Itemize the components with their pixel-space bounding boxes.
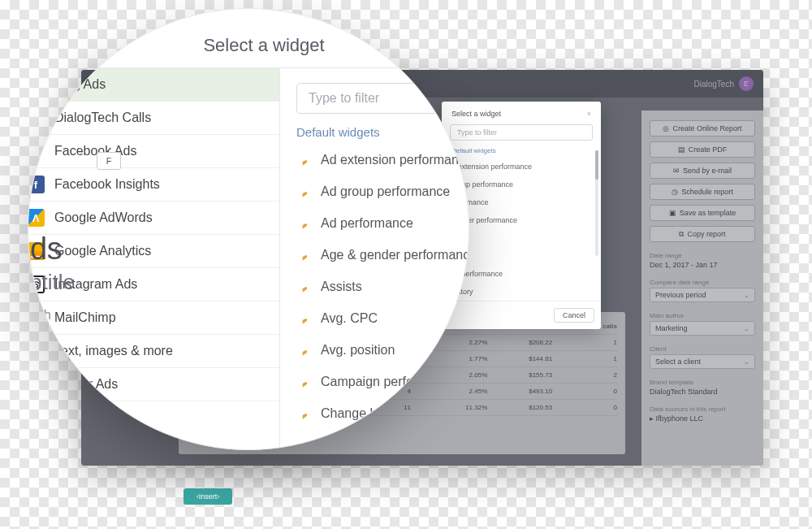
magnified-callout: F ds ptitle ech Select a widget bBing Ad… bbox=[28, 8, 469, 450]
bing-icon bbox=[296, 184, 311, 199]
widget-item-small[interactable]: gn performance bbox=[445, 265, 598, 283]
report-sidebar: ◎Create Online Report ▤Create PDF ✉Send … bbox=[641, 111, 763, 466]
pdf-badge: F bbox=[97, 152, 121, 170]
bing-icon bbox=[296, 248, 311, 262]
compare-range-select[interactable]: Previous period⌄ bbox=[650, 288, 755, 302]
mail-icon: ✉ bbox=[673, 167, 680, 175]
chevron-down-icon: ⌄ bbox=[744, 292, 749, 299]
source-item[interactable]: ΛGoogle AdWords bbox=[28, 202, 279, 235]
widget-item[interactable]: Avg. CPC bbox=[280, 302, 469, 334]
bing-icon bbox=[296, 343, 311, 358]
facebook-icon: f bbox=[28, 176, 45, 193]
dialogtech-icon: ⇆ bbox=[28, 109, 45, 127]
widget-item[interactable]: Ad group performance bbox=[280, 176, 469, 207]
data-source-item[interactable]: ▸ Ifbyphone LLC bbox=[650, 414, 755, 423]
source-label: Facebook Insights bbox=[54, 177, 160, 192]
source-label: Facebook Ads bbox=[54, 144, 136, 158]
copy-report-button[interactable]: ⧉Copy report bbox=[650, 226, 755, 242]
source-item[interactable]: ≋Text, images & more bbox=[28, 335, 279, 368]
bing-icon bbox=[296, 406, 311, 421]
client-label: Client bbox=[650, 345, 755, 353]
author-select[interactable]: Marketing⌄ bbox=[650, 321, 755, 336]
source-item[interactable]: bBing Ads bbox=[28, 68, 279, 102]
widget-item-small[interactable]: group performance bbox=[445, 176, 598, 193]
adwords-icon: Λ bbox=[28, 209, 45, 227]
source-label: Bing Ads bbox=[54, 77, 106, 92]
cancel-button-small[interactable]: Cancel bbox=[554, 308, 594, 323]
bing-icon bbox=[296, 280, 311, 294]
source-item[interactable]: 🐦Twitter Ads bbox=[28, 368, 279, 401]
close-icon[interactable]: × bbox=[587, 110, 591, 118]
widget-item[interactable]: Assists bbox=[280, 271, 469, 302]
schedule-report-button[interactable]: ◷Schedule report bbox=[650, 184, 755, 200]
scrollbar[interactable] bbox=[595, 150, 598, 256]
avatar[interactable]: E bbox=[739, 76, 754, 91]
source-item[interactable]: 📣Facebook Ads bbox=[28, 135, 279, 168]
send-email-button[interactable]: ✉Send by e-mail bbox=[650, 163, 755, 179]
widget-label: Ad group performance bbox=[321, 184, 450, 199]
clock-icon: ◷ bbox=[672, 188, 678, 196]
filter-input-small[interactable]: Type to filter bbox=[450, 124, 593, 141]
scroll-thumb[interactable] bbox=[595, 150, 598, 180]
date-range-label: Date range bbox=[650, 252, 755, 259]
widget-label: Ad extension performance bbox=[321, 153, 469, 167]
widget-item-small[interactable]: history bbox=[445, 283, 598, 301]
pdf-icon: ▤ bbox=[678, 145, 685, 154]
source-label: DialogTech Calls bbox=[54, 111, 151, 125]
mailchimp-icon: 🐵 bbox=[28, 309, 45, 327]
create-online-report-button[interactable]: ◎Create Online Report bbox=[650, 120, 755, 137]
megaphone-icon: 📣 bbox=[28, 142, 45, 160]
report-title-peek: ds ptitle ech bbox=[30, 232, 75, 323]
date-range-value[interactable]: Dec 1, 2017 - Jan 17 bbox=[650, 261, 755, 269]
chevron-down-icon: ⌄ bbox=[744, 358, 749, 366]
brand-template-label: Brand template bbox=[650, 379, 755, 386]
widget-label: Avg. position bbox=[321, 343, 395, 358]
widget-section-label-small: Default widgets bbox=[442, 147, 601, 158]
widget-item[interactable]: Age & gender performance bbox=[280, 239, 469, 271]
source-item[interactable]: fFacebook Insights bbox=[28, 168, 279, 202]
widget-label: Age & gender performance bbox=[321, 248, 469, 262]
widget-section-label: Default widgets bbox=[280, 125, 469, 144]
bing-icon bbox=[296, 311, 311, 326]
widget-item[interactable]: Ad performance bbox=[280, 207, 469, 239]
widget-item[interactable]: Ad extension performance bbox=[280, 144, 469, 176]
insert-button[interactable]: ‹ Insert › bbox=[184, 488, 232, 505]
source-label: Google AdWords bbox=[54, 210, 153, 225]
widget-label: Ad performance bbox=[321, 216, 413, 231]
compare-range-label: Compare date range bbox=[650, 279, 755, 286]
brand-template-value[interactable]: DialogTech Standard bbox=[650, 388, 755, 396]
client-select[interactable]: Select a client⌄ bbox=[650, 354, 755, 369]
widget-label: Assists bbox=[321, 280, 362, 294]
account-name: DialogTech bbox=[694, 80, 734, 89]
copy-icon: ⧉ bbox=[679, 230, 684, 239]
data-sources-label: Data sources in this report bbox=[650, 405, 755, 413]
chevron-down-icon: ⌄ bbox=[744, 325, 749, 332]
modal-title: Select a widget bbox=[28, 8, 469, 68]
bing-icon bbox=[296, 153, 311, 167]
save-icon: ▣ bbox=[669, 209, 676, 217]
twitter-icon: 🐦 bbox=[28, 375, 45, 393]
bing-icon bbox=[296, 375, 311, 389]
source-item[interactable]: ⇆DialogTech Calls bbox=[28, 102, 279, 135]
widget-item-small[interactable]: d extension performance bbox=[445, 158, 598, 176]
modal-title-small: Select a widget bbox=[451, 110, 501, 118]
save-template-button[interactable]: ▣Save as template bbox=[650, 205, 755, 221]
widget-label: Avg. CPC bbox=[321, 311, 378, 326]
author-label: Main author bbox=[650, 312, 755, 319]
bing-icon: b bbox=[28, 76, 45, 93]
create-pdf-button[interactable]: ▤Create PDF bbox=[650, 141, 755, 158]
source-label: Text, images & more bbox=[54, 344, 173, 358]
textcontent-icon: ≋ bbox=[28, 342, 45, 360]
globe-icon: ◎ bbox=[663, 124, 669, 132]
bing-icon bbox=[296, 216, 311, 231]
